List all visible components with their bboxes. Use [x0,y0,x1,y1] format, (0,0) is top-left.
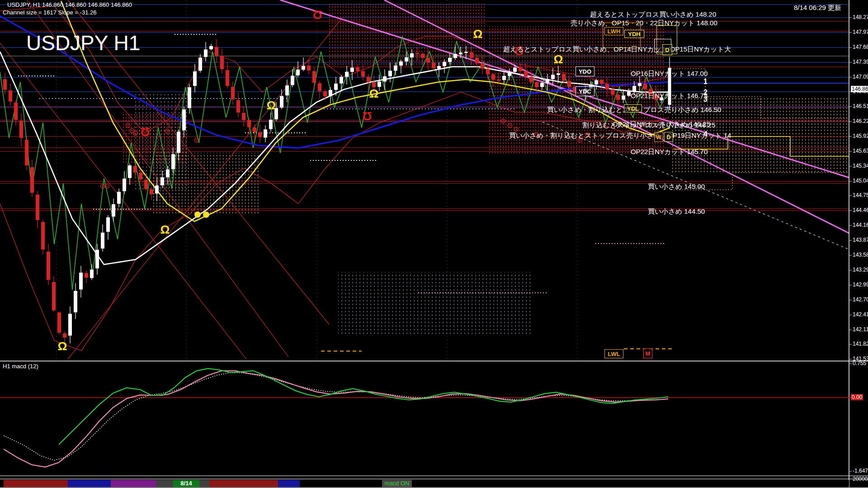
svg-text:Ω: Ω [160,223,170,236]
svg-text:Ω: Ω [58,339,67,353]
svg-text:Ω: Ω [313,8,322,22]
svg-text:Ω: Ω [369,87,379,100]
svg-text:Ω: Ω [514,44,524,58]
main-chart-canvas[interactable]: ΩΩΩΩΩΩΩΩΩΩ [0,0,868,488]
svg-text:Ω: Ω [554,52,563,66]
svg-text:Ω: Ω [363,109,372,123]
svg-text:Ω: Ω [267,99,276,112]
chart-window: ΩΩΩΩΩΩΩΩΩΩ USDJPY, H1 146.860 146.860 14… [0,0,868,488]
svg-text:Ω: Ω [473,27,483,41]
svg-text:Ω: Ω [141,125,150,139]
